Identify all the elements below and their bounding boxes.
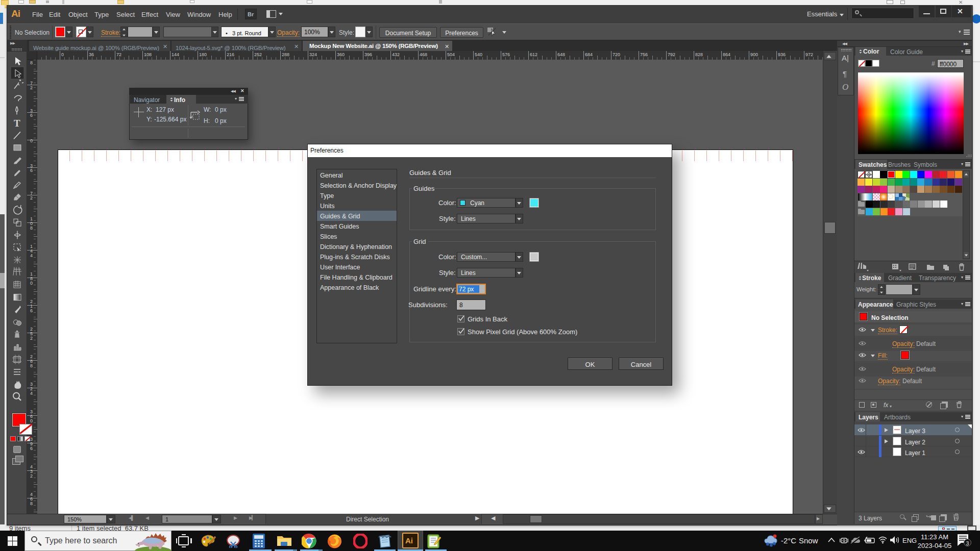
svg-text:T: T xyxy=(14,118,20,129)
